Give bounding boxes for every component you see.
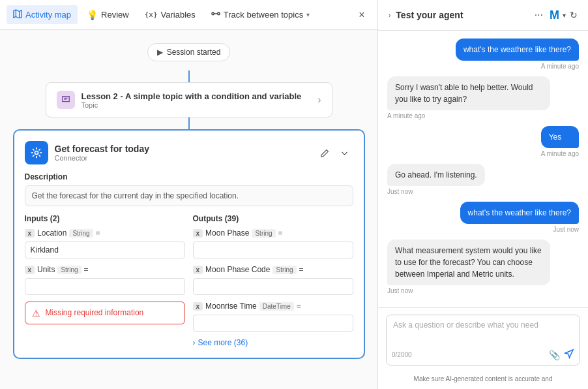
topic-text: Lesson 2 - A simple topic with a conditi…: [81, 91, 302, 109]
see-more-button[interactable]: › See more (36): [193, 338, 353, 347]
units-input[interactable]: [25, 278, 185, 295]
units-name: Units: [37, 265, 55, 274]
moon-phase-input[interactable]: [193, 241, 353, 258]
message-2-time: A minute ago: [387, 112, 550, 119]
right-panel-header: › Test your agent ··· M ▾ ↻: [378, 0, 588, 31]
connector-title: Get forecast for today: [55, 144, 310, 154]
brand-chevron-icon[interactable]: ▾: [563, 12, 566, 19]
connector-actions: [317, 144, 353, 161]
right-panel-title: Test your agent: [396, 10, 526, 20]
message-1-time: A minute ago: [456, 63, 579, 70]
message-3-text: Yes: [541, 126, 579, 148]
send-button[interactable]: [564, 349, 574, 361]
edit-button[interactable]: [317, 144, 334, 161]
error-box: ⚠ Missing required information: [25, 302, 185, 324]
chat-icon-group: 📎: [549, 349, 574, 361]
nav-track-between-topics[interactable]: Track between topics ▾: [205, 5, 316, 24]
nav-review[interactable]: 💡 Review: [80, 6, 136, 24]
message-6: What measurement system would you like t…: [387, 240, 550, 294]
right-header-actions: ··· M ▾ ↻: [532, 8, 578, 22]
review-icon: 💡: [87, 10, 98, 20]
location-eq: =: [96, 228, 100, 238]
moonrise-badge: x: [193, 302, 203, 311]
param-row-moon-phase-code: x Moon Phase Code String =: [193, 265, 353, 274]
chat-area: what's the weathere like there? A minute…: [378, 31, 588, 307]
units-type: String: [57, 266, 81, 274]
variables-icon: {x}: [145, 10, 158, 19]
message-2-text: Sorry I wasn't able to help better. Woul…: [387, 76, 550, 110]
connector-title-group: Get forecast for today Connector: [55, 144, 310, 162]
message-4: Go ahead. I'm listening. Just now: [387, 164, 485, 195]
message-2: Sorry I wasn't able to help better. Woul…: [387, 76, 550, 119]
svg-point-5: [35, 151, 38, 155]
see-more-chevron-icon: ›: [193, 338, 196, 347]
attach-button[interactable]: 📎: [549, 349, 560, 361]
svg-point-3: [217, 12, 220, 15]
param-row-units: x Units String =: [25, 265, 185, 274]
nav-activity-map-label: Activity map: [25, 10, 71, 20]
moonrise-eq: =: [297, 302, 301, 311]
expand-icon: ›: [389, 12, 390, 19]
moon-phase-eq: =: [278, 228, 283, 238]
moon-phase-code-badge: x: [193, 266, 203, 274]
flow-line-2: [188, 117, 190, 129]
message-6-time: Just now: [387, 287, 550, 294]
message-1-text: what's the weathere like there?: [456, 39, 579, 61]
topic-subtitle: Topic: [81, 101, 302, 109]
refresh-button[interactable]: ↻: [570, 10, 578, 20]
brand-logo: M: [550, 8, 559, 22]
chat-input-footer: 0/2000 📎: [387, 346, 580, 365]
message-4-time: Just now: [387, 188, 485, 195]
message-3: Yes A minute ago: [541, 126, 579, 157]
error-icon: ⚠: [32, 308, 40, 319]
moonrise-type: DateTime: [259, 302, 294, 311]
chat-input-area: 0/2000 📎: [378, 307, 588, 372]
param-row-location: x Location String =: [25, 228, 185, 238]
units-badge: x: [25, 266, 35, 274]
message-6-text: What measurement system would you like t…: [387, 240, 550, 285]
nav-activity-map[interactable]: Activity map: [7, 5, 78, 24]
units-eq: =: [84, 265, 89, 274]
inputs-header: Inputs (2): [25, 214, 185, 223]
right-panel: › Test your agent ··· M ▾ ↻ what's the w…: [378, 0, 588, 389]
message-1: what's the weathere like there? A minute…: [456, 39, 579, 70]
description-label: Description: [25, 172, 353, 181]
message-5-text: what's the weather like there?: [460, 202, 579, 224]
moon-phase-code-input[interactable]: [193, 278, 353, 295]
session-started-label: Session started: [167, 48, 221, 57]
more-options-button[interactable]: ···: [532, 8, 546, 22]
description-text: Get the forecast for the current day in …: [25, 185, 353, 206]
play-icon: ▶: [157, 48, 163, 57]
canvas-area: ▶ Session started Lesson 2 - A simple to…: [0, 30, 377, 389]
track-chevron-icon: ▾: [306, 11, 310, 18]
message-3-time: A minute ago: [541, 150, 579, 157]
message-4-text: Go ahead. I'm listening.: [387, 164, 485, 186]
topic-block[interactable]: Lesson 2 - A simple topic with a conditi…: [46, 82, 332, 117]
moonrise-input[interactable]: [193, 315, 353, 332]
message-5-time: Just now: [460, 226, 579, 233]
close-button[interactable]: ×: [353, 6, 371, 24]
location-badge: x: [25, 229, 35, 238]
nav-review-label: Review: [101, 10, 129, 20]
chat-input[interactable]: [387, 315, 580, 344]
moon-phase-code-type: String: [272, 266, 296, 274]
nav-variables[interactable]: {x} Variables: [138, 6, 202, 23]
topic-title: Lesson 2 - A simple topic with a conditi…: [81, 91, 302, 101]
location-input[interactable]: [25, 241, 185, 258]
moon-phase-code-name: Moon Phase Code: [205, 265, 270, 274]
moon-phase-name: Moon Phase: [205, 228, 249, 238]
map-icon: [13, 9, 22, 20]
message-5: what's the weather like there? Just now: [460, 202, 579, 233]
see-more-label: See more (36): [198, 338, 248, 347]
error-text: Missing required information: [46, 307, 144, 319]
param-row-moonrise-time: x Moonrise Time DateTime =: [193, 302, 353, 311]
moonrise-name: Moonrise Time: [205, 302, 257, 311]
disclaimer-text: Make sure AI-generated content is accura…: [378, 372, 588, 389]
topic-icon: [57, 91, 75, 109]
nav-variables-label: Variables: [161, 10, 196, 20]
param-row-moon-phase: x Moon Phase String =: [193, 228, 353, 238]
moon-phase-code-eq: =: [299, 265, 304, 274]
collapse-button[interactable]: [336, 144, 353, 161]
chat-input-wrapper: 0/2000 📎: [386, 315, 580, 366]
track-icon: [211, 9, 220, 20]
